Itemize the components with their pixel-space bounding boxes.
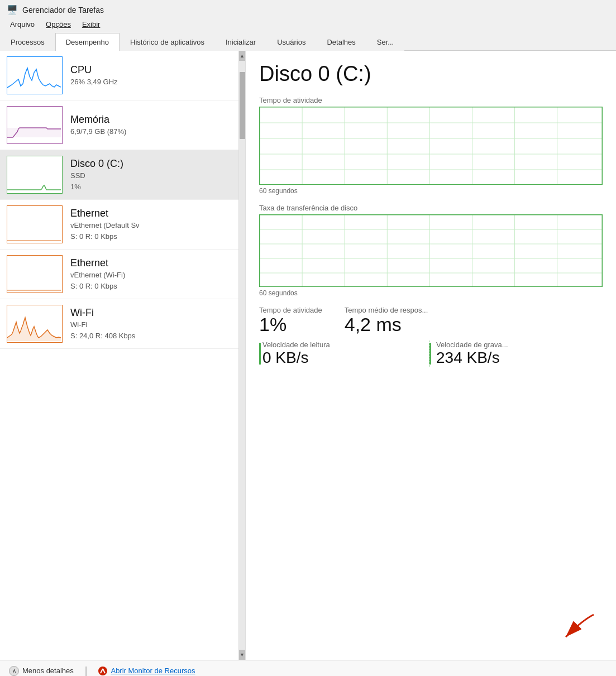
speed2-label: Velocidade de grava... — [436, 341, 603, 349]
chart2-seconds: 60 segundos — [259, 289, 603, 297]
sidebar-item-cpu[interactable]: CPU 26% 3,49 GHz — [0, 51, 245, 100]
mem-info: Memória 6,9/7,9 GB (87%) — [70, 113, 238, 137]
sidebar-item-eth1[interactable]: Ethernet vEthernet (Default Sv S: 0 R: 0… — [0, 200, 245, 250]
monitor-link-label: Abrir Monitor de Recursos — [111, 667, 195, 675]
sidebar-item-wifi[interactable]: Wi-Fi Wi-Fi S: 24,0 R: 408 Kbps — [0, 299, 245, 349]
svg-rect-21 — [260, 107, 602, 185]
disk-info: Disco 0 (C:) SSD 1% — [70, 157, 238, 192]
title-bar: 🖥️ Gerenciador de Tarefas — [0, 0, 616, 17]
tabs-bar: Processos Desempenho Histórico de aplica… — [0, 32, 616, 51]
wifi-name: Wi-Fi — [70, 306, 238, 319]
disk-sub2: 1% — [70, 181, 238, 193]
tab-historico[interactable]: Histórico de aplicativos — [120, 33, 215, 51]
sidebar-item-disk[interactable]: Disco 0 (C:) SSD 1% — [0, 150, 245, 200]
chart1-area — [259, 107, 603, 185]
mem-sub1: 6,9/7,9 GB (87%) — [70, 126, 238, 137]
chart2-area — [259, 214, 603, 287]
tab-usuarios[interactable]: Usuários — [266, 33, 316, 51]
cpu-info: CPU 26% 3,49 GHz — [70, 64, 238, 88]
wifi-thumbnail — [7, 305, 63, 343]
chevron-up-icon: ∧ — [9, 666, 19, 676]
scrollbar-thumb[interactable] — [240, 72, 245, 139]
eth2-name: Ethernet — [70, 257, 238, 270]
tab-desempenho[interactable]: Desempenho — [55, 33, 120, 51]
eth2-sub1: vEthernet (Wi-Fi) — [70, 270, 238, 281]
stat2-value: 4,2 ms — [345, 314, 428, 335]
monitor-icon — [98, 667, 107, 675]
eth1-info: Ethernet vEthernet (Default Sv S: 0 R: 0… — [70, 207, 238, 242]
main-content: CPU 26% 3,49 GHz Memória 6,9/7,9 GB ( — [0, 51, 616, 660]
app-icon: 🖥️ — [7, 4, 18, 15]
eth2-sub2: S: 0 R: 0 Kbps — [70, 281, 238, 292]
mem-name: Memória — [70, 113, 238, 126]
menu-exibir[interactable]: Exibir — [77, 18, 106, 30]
scrollbar-down-button[interactable]: ▼ — [239, 650, 246, 660]
wifi-info: Wi-Fi Wi-Fi S: 24,0 R: 408 Kbps — [70, 306, 238, 341]
cpu-thumbnail — [7, 56, 63, 94]
footer-separator: | — [85, 665, 88, 676]
eth1-thumbnail — [7, 205, 63, 243]
app-title: Gerenciador de Tarefas — [22, 6, 104, 15]
sidebar-item-mem[interactable]: Memória 6,9/7,9 GB (87%) — [0, 100, 245, 150]
eth2-thumbnail — [7, 255, 63, 293]
chart-section-1: Tempo de atividade — [259, 96, 603, 195]
less-details-button[interactable]: ∧ Menos detalhes — [9, 666, 74, 676]
chart2-label: Taxa de transferência de disco — [259, 204, 603, 212]
stat1-value: 1% — [259, 314, 322, 335]
less-details-label: Menos detalhes — [22, 667, 74, 675]
chart-section-2: Taxa de transferência de disco — [259, 204, 603, 297]
svg-rect-2 — [7, 128, 61, 137]
svg-line-34 — [103, 669, 105, 673]
footer: ∧ Menos detalhes | Abrir Monitor de Recu… — [0, 660, 616, 676]
disk-sub1: SSD — [70, 170, 238, 181]
cpu-name: CPU — [70, 64, 238, 76]
scrollbar-up-button[interactable]: ▲ — [239, 51, 246, 61]
menu-opcoes[interactable]: Opções — [40, 18, 77, 30]
svg-rect-0 — [7, 57, 61, 93]
wifi-sub1: Wi-Fi — [70, 319, 238, 330]
speed-row: Velocidade de leitura 0 KB/s Velocidade … — [259, 341, 603, 367]
svg-rect-4 — [7, 206, 61, 242]
chart1-label: Tempo de atividade — [259, 96, 603, 104]
tab-detalhes[interactable]: Detalhes — [316, 33, 366, 51]
menu-arquivo[interactable]: Arquivo — [4, 18, 40, 30]
speed-block-read: Velocidade de leitura 0 KB/s — [259, 341, 429, 367]
sidebar-scrollbar[interactable]: ▲ ▼ — [238, 51, 245, 660]
open-monitor-link[interactable]: Abrir Monitor de Recursos — [98, 667, 195, 675]
stat2-label: Tempo médio de respos... — [345, 306, 428, 314]
svg-rect-33 — [260, 215, 602, 287]
detail-panel: Disco 0 (C:) Tempo de atividade — [246, 51, 616, 660]
svg-line-35 — [101, 669, 103, 673]
speed1-label: Velocidade de leitura — [262, 341, 429, 349]
speed-block-write: Velocidade de grava... 234 KB/s — [429, 341, 603, 367]
svg-rect-3 — [7, 156, 61, 192]
disk-name: Disco 0 (C:) — [70, 157, 238, 170]
eth1-name: Ethernet — [70, 207, 238, 220]
stats-row: Tempo de atividade 1% Tempo médio de res… — [259, 306, 603, 335]
chart1-seconds: 60 segundos — [259, 187, 603, 195]
disk-thumbnail — [7, 156, 63, 194]
speed2-value: 234 KB/s — [436, 349, 603, 367]
tab-inicializar[interactable]: Inicializar — [215, 33, 266, 51]
stat-block-1: Tempo de atividade 1% — [259, 306, 322, 335]
stat1-label: Tempo de atividade — [259, 306, 322, 314]
speed1-value: 0 KB/s — [262, 349, 429, 367]
mem-thumbnail — [7, 106, 63, 144]
sidebar-scroll: CPU 26% 3,49 GHz Memória 6,9/7,9 GB ( — [0, 51, 245, 660]
sidebar-item-eth2[interactable]: Ethernet vEthernet (Wi-Fi) S: 0 R: 0 Kbp… — [0, 250, 245, 299]
tab-ser[interactable]: Ser... — [366, 33, 404, 51]
eth1-sub2: S: 0 R: 0 Kbps — [70, 231, 238, 242]
eth2-info: Ethernet vEthernet (Wi-Fi) S: 0 R: 0 Kbp… — [70, 257, 238, 291]
wifi-sub2: S: 24,0 R: 408 Kbps — [70, 330, 238, 342]
svg-rect-6 — [7, 256, 61, 291]
tab-processos[interactable]: Processos — [0, 33, 55, 51]
scrollbar-track[interactable] — [239, 61, 245, 650]
menu-bar: Arquivo Opções Exibir — [0, 17, 616, 32]
stat-block-2: Tempo médio de respos... 4,2 ms — [345, 306, 428, 335]
sidebar: CPU 26% 3,49 GHz Memória 6,9/7,9 GB ( — [0, 51, 246, 660]
eth1-sub1: vEthernet (Default Sv — [70, 220, 238, 231]
cpu-sub1: 26% 3,49 GHz — [70, 76, 238, 88]
detail-title: Disco 0 (C:) — [259, 62, 603, 86]
